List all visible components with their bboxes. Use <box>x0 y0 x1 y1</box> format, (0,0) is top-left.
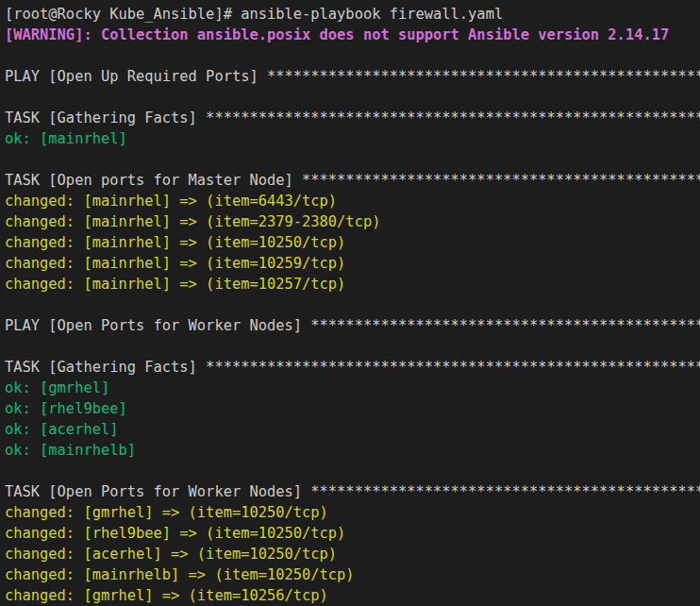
terminal-line-changed: changed: [mainrhel] => (item=6443/tcp) <box>5 191 700 211</box>
terminal-line-ok: ok: [mainrhel] <box>5 128 700 149</box>
terminal-line-ok: ok: [gmrhel] <box>5 378 700 398</box>
terminal-line-changed: changed: [mainrhel] => (item=10257/tcp) <box>5 274 700 295</box>
terminal-line-blank <box>5 45 700 66</box>
terminal-line-warning: [WARNING]: Collection ansible.posix does… <box>5 25 700 45</box>
terminal-line-header: PLAY [Open Up Required Ports] **********… <box>5 66 700 87</box>
terminal-line-changed: changed: [mainrhelb] => (item=10250/tcp) <box>5 564 700 585</box>
terminal-line-header: PLAY [Open Ports for Worker Nodes] *****… <box>5 315 700 336</box>
terminal-line-changed: changed: [gmrhel] => (item=10250/tcp) <box>5 502 700 523</box>
terminal-line-blank <box>5 87 700 108</box>
terminal-line-command: [root@Rocky Kube_Ansible]# ansible-playb… <box>5 4 700 25</box>
terminal-line-header: TASK [Gathering Facts] *****************… <box>5 108 700 128</box>
terminal-line-ok: ok: [mainrhelb] <box>5 440 700 461</box>
terminal-line-blank <box>5 149 700 170</box>
terminal-line-changed: changed: [gmrhel] => (item=10256/tcp) <box>5 585 700 606</box>
terminal-line-changed: changed: [mainrhel] => (item=2379-2380/t… <box>5 211 700 232</box>
terminal-line-header: TASK [Open ports for Master Node] ******… <box>5 170 700 191</box>
terminal-line-changed: changed: [mainrhel] => (item=10250/tcp) <box>5 232 700 253</box>
terminal-line-header: TASK [Gathering Facts] *****************… <box>5 357 700 378</box>
terminal-line-changed: changed: [acerhel] => (item=10250/tcp) <box>5 544 700 564</box>
terminal-line-header: TASK [Open Ports for Worker Nodes] *****… <box>5 481 700 502</box>
terminal-line-blank <box>5 295 700 315</box>
terminal-line-blank <box>5 336 700 357</box>
terminal-line-ok: ok: [rhel9bee] <box>5 398 700 419</box>
terminal-line-blank <box>5 461 700 481</box>
terminal-line-changed: changed: [mainrhel] => (item=10259/tcp) <box>5 253 700 274</box>
terminal-line-ok: ok: [acerhel] <box>5 419 700 440</box>
terminal-output[interactable]: [root@Rocky Kube_Ansible]# ansible-playb… <box>0 0 700 606</box>
terminal-line-changed: changed: [rhel9bee] => (item=10250/tcp) <box>5 523 700 544</box>
